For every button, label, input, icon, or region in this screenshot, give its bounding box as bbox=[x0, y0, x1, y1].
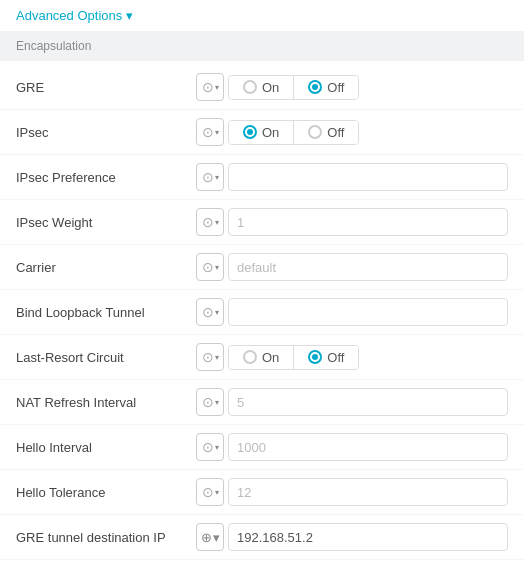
label-hello-interval: Hello Interval bbox=[16, 440, 196, 455]
label-nat-refresh: NAT Refresh Interval bbox=[16, 395, 196, 410]
advanced-options-header[interactable]: Advanced Options ▾ bbox=[0, 0, 524, 31]
input-gre-tunnel-dest[interactable] bbox=[228, 523, 508, 551]
form-row-last-resort: Last-Resort Circuit⊙▾OnOff bbox=[0, 335, 524, 380]
control-ipsec-preference: ⊙▾ bbox=[196, 163, 508, 191]
radio-circle-last-resort-off bbox=[308, 350, 322, 364]
chevron-down-icon: ▾ bbox=[126, 8, 133, 23]
options-btn-carrier[interactable]: ⊙▾ bbox=[196, 253, 224, 281]
options-btn-hello-interval[interactable]: ⊙▾ bbox=[196, 433, 224, 461]
control-last-resort: ⊙▾OnOff bbox=[196, 343, 508, 371]
form-row-bind-loopback: Bind Loopback Tunnel⊙▾ bbox=[0, 290, 524, 335]
globe-btn-gre-tunnel-dest[interactable]: ⊕▾ bbox=[196, 523, 224, 551]
form-row-carrier: Carrier⊙▾ bbox=[0, 245, 524, 290]
control-bind-loopback: ⊙▾ bbox=[196, 298, 508, 326]
control-ipsec: ⊙▾OnOff bbox=[196, 118, 508, 146]
options-btn-nat-refresh[interactable]: ⊙▾ bbox=[196, 388, 224, 416]
caret-icon: ▾ bbox=[213, 530, 220, 545]
options-btn-gre[interactable]: ⊙▾ bbox=[196, 73, 224, 101]
radio-circle-last-resort-on bbox=[243, 350, 257, 364]
options-btn-hello-tolerance[interactable]: ⊙▾ bbox=[196, 478, 224, 506]
radio-circle-gre-on bbox=[243, 80, 257, 94]
label-ipsec-preference: IPsec Preference bbox=[16, 170, 196, 185]
radio-opt-gre-on[interactable]: On bbox=[229, 76, 294, 99]
radio-label-ipsec-off: Off bbox=[327, 125, 344, 140]
input-bind-loopback[interactable] bbox=[228, 298, 508, 326]
control-carrier: ⊙▾ bbox=[196, 253, 508, 281]
encapsulation-section-header: Encapsulation bbox=[0, 31, 524, 61]
control-gre-tunnel-dest: ⊕▾ bbox=[196, 523, 508, 551]
control-gre: ⊙▾OnOff bbox=[196, 73, 508, 101]
radio-opt-ipsec-off[interactable]: Off bbox=[294, 121, 358, 144]
radio-circle-gre-off bbox=[308, 80, 322, 94]
options-btn-ipsec-preference[interactable]: ⊙▾ bbox=[196, 163, 224, 191]
form-row-ipsec-preference: IPsec Preference⊙▾ bbox=[0, 155, 524, 200]
label-gre-tunnel-dest: GRE tunnel destination IP bbox=[16, 530, 196, 545]
input-hello-interval[interactable] bbox=[228, 433, 508, 461]
radio-label-gre-on: On bbox=[262, 80, 279, 95]
label-hello-tolerance: Hello Tolerance bbox=[16, 485, 196, 500]
input-ipsec-weight[interactable] bbox=[228, 208, 508, 236]
advanced-options-title: Advanced Options bbox=[16, 8, 122, 23]
radio-circle-ipsec-off bbox=[308, 125, 322, 139]
options-btn-last-resort[interactable]: ⊙▾ bbox=[196, 343, 224, 371]
radio-label-gre-off: Off bbox=[327, 80, 344, 95]
radio-opt-gre-off[interactable]: Off bbox=[294, 76, 358, 99]
radio-label-last-resort-on: On bbox=[262, 350, 279, 365]
globe-icon: ⊕ bbox=[201, 530, 212, 545]
control-hello-interval: ⊙▾ bbox=[196, 433, 508, 461]
control-nat-refresh: ⊙▾ bbox=[196, 388, 508, 416]
label-ipsec-weight: IPsec Weight bbox=[16, 215, 196, 230]
control-hello-tolerance: ⊙▾ bbox=[196, 478, 508, 506]
form-row-hello-interval: Hello Interval⊙▾ bbox=[0, 425, 524, 470]
form-row-ipsec: IPsec⊙▾OnOff bbox=[0, 110, 524, 155]
input-ipsec-preference[interactable] bbox=[228, 163, 508, 191]
radio-group-gre: OnOff bbox=[228, 75, 359, 100]
label-last-resort: Last-Resort Circuit bbox=[16, 350, 196, 365]
form-row-gre-tunnel-dest: GRE tunnel destination IP⊕▾ bbox=[0, 515, 524, 560]
control-ipsec-weight: ⊙▾ bbox=[196, 208, 508, 236]
radio-opt-ipsec-on[interactable]: On bbox=[229, 121, 294, 144]
form-row-nat-refresh: NAT Refresh Interval⊙▾ bbox=[0, 380, 524, 425]
radio-circle-ipsec-on bbox=[243, 125, 257, 139]
options-btn-ipsec[interactable]: ⊙▾ bbox=[196, 118, 224, 146]
radio-group-ipsec: OnOff bbox=[228, 120, 359, 145]
radio-opt-last-resort-off[interactable]: Off bbox=[294, 346, 358, 369]
label-gre: GRE bbox=[16, 80, 196, 95]
options-btn-bind-loopback[interactable]: ⊙▾ bbox=[196, 298, 224, 326]
radio-label-ipsec-on: On bbox=[262, 125, 279, 140]
input-nat-refresh[interactable] bbox=[228, 388, 508, 416]
form-row-gre: GRE⊙▾OnOff bbox=[0, 65, 524, 110]
form-row-hello-tolerance: Hello Tolerance⊙▾ bbox=[0, 470, 524, 515]
input-carrier[interactable] bbox=[228, 253, 508, 281]
input-hello-tolerance[interactable] bbox=[228, 478, 508, 506]
options-btn-ipsec-weight[interactable]: ⊙▾ bbox=[196, 208, 224, 236]
form-row-ipsec-weight: IPsec Weight⊙▾ bbox=[0, 200, 524, 245]
radio-label-last-resort-off: Off bbox=[327, 350, 344, 365]
radio-opt-last-resort-on[interactable]: On bbox=[229, 346, 294, 369]
radio-group-last-resort: OnOff bbox=[228, 345, 359, 370]
label-ipsec: IPsec bbox=[16, 125, 196, 140]
label-bind-loopback: Bind Loopback Tunnel bbox=[16, 305, 196, 320]
label-carrier: Carrier bbox=[16, 260, 196, 275]
